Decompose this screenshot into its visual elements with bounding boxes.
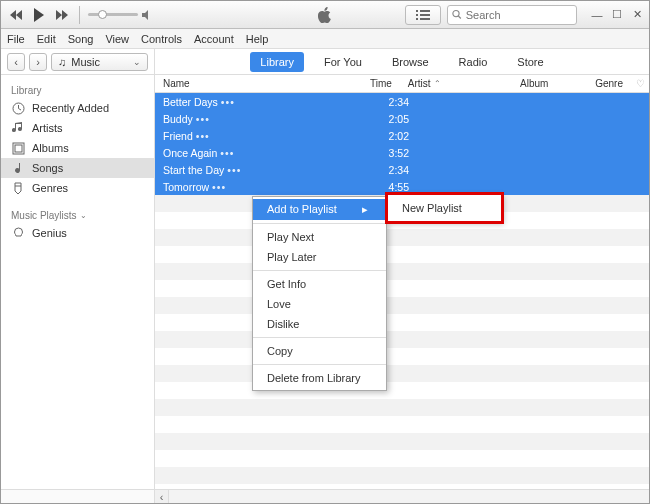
chevron-updown-icon: ⌄ — [133, 57, 141, 67]
sidebar-playlist-genius[interactable]: Genius — [1, 223, 154, 243]
tab-store[interactable]: Store — [507, 52, 553, 72]
ctx-add-to-playlist[interactable]: Add to Playlist▸ — [253, 199, 386, 220]
ctx-love[interactable]: Love — [253, 294, 386, 314]
forward-button[interactable]: › — [29, 53, 47, 71]
ctx-play-later[interactable]: Play Later — [253, 247, 386, 267]
search-field[interactable] — [447, 5, 577, 25]
col-time[interactable]: Time — [350, 75, 399, 92]
next-button[interactable] — [51, 6, 71, 24]
play-button[interactable] — [29, 6, 49, 24]
sidebar-item-recently-added[interactable]: Recently Added — [1, 98, 154, 118]
col-love[interactable]: ♡ — [631, 75, 649, 92]
title-toolbar: — ☐ ✕ — [1, 1, 649, 29]
tab-radio[interactable]: Radio — [449, 52, 498, 72]
table-row-empty — [155, 433, 649, 450]
more-icon[interactable]: ••• — [196, 113, 210, 125]
table-row-empty — [155, 348, 649, 365]
sidebar-item-artists[interactable]: Artists — [1, 118, 154, 138]
table-row[interactable]: Once Again•••3:52 — [155, 144, 649, 161]
sidebar-item-albums[interactable]: Albums — [1, 138, 154, 158]
more-icon[interactable]: ••• — [196, 130, 210, 142]
table-row[interactable]: Better Days•••2:34 — [155, 93, 649, 110]
heart-icon: ♡ — [636, 78, 645, 89]
transport-controls — [7, 6, 154, 24]
menu-edit[interactable]: Edit — [37, 33, 56, 45]
ctx-play-next[interactable]: Play Next — [253, 227, 386, 247]
menubar: FileEditSongViewControlsAccountHelp — [1, 29, 649, 49]
genres-icon — [11, 181, 25, 195]
col-artist[interactable]: Artist⌃ — [400, 75, 512, 92]
table-row-empty — [155, 331, 649, 348]
table-row-empty — [155, 365, 649, 382]
menu-account[interactable]: Account — [194, 33, 234, 45]
sidebar: Library Recently AddedArtistsAlbumsSongs… — [1, 75, 155, 489]
sidebar-item-songs[interactable]: Songs — [1, 158, 154, 178]
chevron-down-icon: ⌄ — [80, 211, 87, 220]
ctx-sub-new-playlist[interactable]: New Playlist — [388, 197, 501, 219]
table-row[interactable]: Start the Day•••2:34 — [155, 161, 649, 178]
more-icon[interactable]: ••• — [220, 147, 234, 159]
menu-separator — [253, 337, 386, 338]
back-button[interactable]: ‹ — [7, 53, 25, 71]
recently-added-icon — [11, 101, 25, 115]
sidebar-header-playlists[interactable]: Music Playlists ⌄ — [1, 206, 154, 223]
more-icon[interactable]: ••• — [212, 181, 226, 193]
nav-tabs: LibraryFor YouBrowseRadioStore — [155, 49, 649, 74]
sidebar-item-genres[interactable]: Genres — [1, 178, 154, 198]
table-row[interactable]: Buddy•••2:05 — [155, 110, 649, 127]
scroll-left-icon[interactable]: ‹ — [155, 490, 169, 503]
prev-button[interactable] — [7, 6, 27, 24]
menu-file[interactable]: File — [7, 33, 25, 45]
menu-song[interactable]: Song — [68, 33, 94, 45]
col-album[interactable]: Album — [512, 75, 587, 92]
table-row-empty — [155, 399, 649, 416]
table-row-empty — [155, 450, 649, 467]
menu-controls[interactable]: Controls — [141, 33, 182, 45]
menu-view[interactable]: View — [105, 33, 129, 45]
sort-indicator-icon: ⌃ — [434, 79, 441, 88]
source-label: Music — [71, 56, 100, 68]
close-button[interactable]: ✕ — [631, 8, 643, 21]
maximize-button[interactable]: ☐ — [611, 8, 623, 21]
more-icon[interactable]: ••• — [221, 96, 235, 108]
context-submenu: New Playlist — [387, 194, 502, 222]
menu-separator — [253, 223, 386, 224]
ctx-get-info[interactable]: Get Info — [253, 274, 386, 294]
table-row-empty — [155, 297, 649, 314]
list-view-button[interactable] — [405, 5, 441, 25]
svg-line-1 — [458, 16, 460, 18]
volume-icon — [142, 10, 154, 20]
table-row[interactable]: Tomorrow•••4:55 — [155, 178, 649, 195]
search-input[interactable] — [466, 9, 572, 21]
svg-point-0 — [453, 11, 459, 17]
column-headers: Name Time Artist⌃ Album Genre ♡ — [155, 75, 649, 93]
col-genre[interactable]: Genre — [587, 75, 631, 92]
view-bar: ‹ › ♫ Music ⌄ LibraryFor YouBrowseRadioS… — [1, 49, 649, 75]
more-icon[interactable]: ••• — [227, 164, 241, 176]
menu-help[interactable]: Help — [246, 33, 269, 45]
songs-icon — [11, 161, 25, 175]
table-row-empty — [155, 246, 649, 263]
table-row-empty — [155, 382, 649, 399]
volume-slider[interactable] — [88, 10, 154, 20]
ctx-dislike[interactable]: Dislike — [253, 314, 386, 334]
table-row[interactable]: Friend•••2:02 — [155, 127, 649, 144]
table-row-empty — [155, 484, 649, 489]
ctx-delete-from-library[interactable]: Delete from Library — [253, 368, 386, 388]
table-row-empty — [155, 467, 649, 484]
svg-rect-4 — [15, 145, 22, 152]
tab-library[interactable]: Library — [250, 52, 304, 72]
ctx-copy[interactable]: Copy — [253, 341, 386, 361]
tab-browse[interactable]: Browse — [382, 52, 439, 72]
horizontal-scrollbar[interactable]: ‹ — [155, 490, 649, 503]
minimize-button[interactable]: — — [591, 9, 603, 21]
search-icon — [452, 9, 462, 20]
music-note-icon: ♫ — [58, 56, 66, 68]
table-row-empty — [155, 263, 649, 280]
genius-icon — [11, 226, 25, 240]
menu-separator — [253, 364, 386, 365]
table-row-empty — [155, 229, 649, 246]
source-select[interactable]: ♫ Music ⌄ — [51, 53, 148, 71]
tab-for-you[interactable]: For You — [314, 52, 372, 72]
col-name[interactable]: Name — [155, 75, 350, 92]
